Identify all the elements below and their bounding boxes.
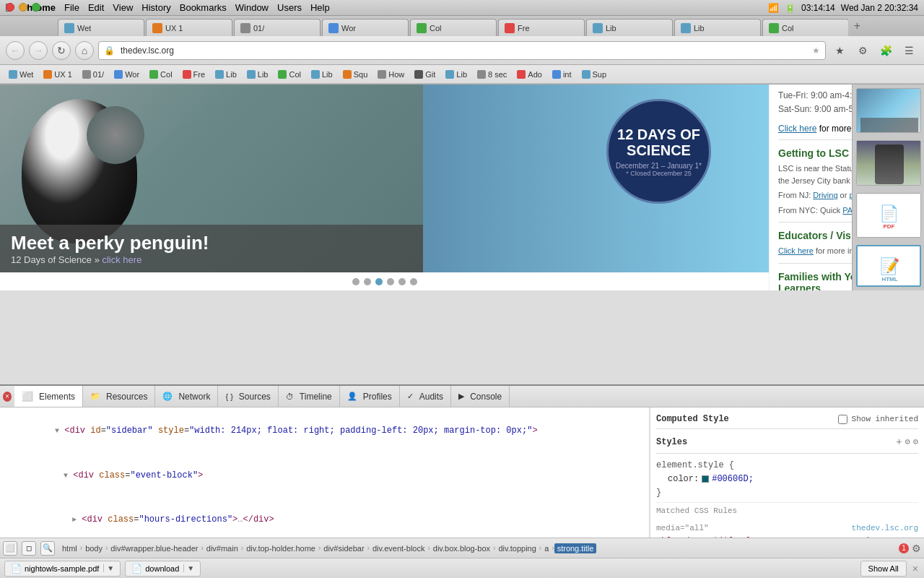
breadcrumb-sidebar[interactable]: div#sidebar xyxy=(321,543,367,553)
devtools-node-btn[interactable]: ◻ xyxy=(22,541,36,556)
bookmark-ux[interactable]: UX 1 xyxy=(39,67,76,82)
toolbar-menu[interactable]: ☰ xyxy=(899,41,918,60)
download-item-2[interactable]: 📄 download ▼ xyxy=(125,561,201,577)
new-tab-btn[interactable]: + xyxy=(848,20,866,33)
tab-tab-lib2[interactable]: Lib xyxy=(674,19,761,36)
status-close-btn[interactable]: × xyxy=(911,563,920,574)
bookmark-01[interactable]: 01/ xyxy=(78,67,108,82)
menu-item-window[interactable]: Window xyxy=(235,2,269,13)
expand-triangle-2[interactable]: ▼ xyxy=(64,472,68,480)
show-all-button[interactable]: Show All xyxy=(860,561,907,577)
tab-tab-ux[interactable]: UX 1 xyxy=(146,19,232,36)
breadcrumb-a[interactable]: a xyxy=(541,543,552,553)
breadcrumb-event-block[interactable]: div.event-block xyxy=(370,543,428,553)
educators-click-here[interactable]: Click here xyxy=(778,246,814,255)
bookmark-lib1[interactable]: Lib xyxy=(211,67,241,82)
bookmark-squ[interactable]: Squ xyxy=(339,67,372,82)
css-gear-btn[interactable]: ⚙ xyxy=(913,436,918,449)
css-add-rule-btn[interactable]: + xyxy=(896,434,902,450)
breadcrumb-html[interactable]: html xyxy=(59,543,80,553)
menu-item-view[interactable]: View xyxy=(113,2,133,13)
bookmark-how[interactable]: How xyxy=(373,67,409,82)
reload-button[interactable]: ↻ xyxy=(52,41,71,60)
bookmark-int[interactable]: int xyxy=(548,67,576,82)
tab-tab-lib[interactable]: Lib xyxy=(586,19,673,36)
css-source-1[interactable]: thedev.lsc.org xyxy=(852,522,918,535)
menu-item-users[interactable]: Users xyxy=(277,2,302,13)
tab-tab-01[interactable]: 01/ xyxy=(234,19,321,36)
bookmark-wor[interactable]: Wor xyxy=(110,67,144,82)
expand-triangle-3[interactable]: ► xyxy=(72,516,77,524)
toolbar-extensions[interactable]: 🧩 xyxy=(876,41,895,60)
tab-tab-wor[interactable]: Wor xyxy=(322,19,409,36)
breadcrumb-body[interactable]: body xyxy=(82,543,105,553)
bookmark-8sec[interactable]: 8 sec xyxy=(473,67,511,82)
download-arrow-1[interactable]: ▼ xyxy=(103,564,114,572)
menu-item-help[interactable]: Help xyxy=(310,2,330,13)
screenshot-thumb-1[interactable]: Screen Shot2013:n8 PM xyxy=(856,88,921,133)
devtools-tab-console[interactable]: ▶ Console xyxy=(451,386,510,407)
breadcrumb-wrapper[interactable]: div#wrapper.blue-header xyxy=(108,543,201,553)
menu-item-bookmarks[interactable]: Bookmarks xyxy=(180,2,227,13)
driving-link[interactable]: Driving xyxy=(813,191,837,199)
toolbar: ← → ↻ ⌂ 🔒 ★ ★ ⚙ 🧩 ☰ xyxy=(0,36,924,65)
expand-triangle[interactable]: ▼ xyxy=(55,427,59,435)
css-color-swatch[interactable] xyxy=(702,475,709,483)
screenshot-thumb-3[interactable]: 📄 PDF LibertyScien...er.pdf xyxy=(856,193,921,238)
css-refresh-btn[interactable]: ⚙ xyxy=(905,436,910,449)
download-item-1[interactable]: 📄 nightowls-sample.pdf ▼ xyxy=(4,561,121,577)
dot-2[interactable] xyxy=(364,278,371,285)
hero-cta[interactable]: click here xyxy=(102,254,141,265)
devtools-tab-audits[interactable]: ✓ Audits xyxy=(400,386,451,407)
tab-tab-col2[interactable]: Col xyxy=(762,19,848,36)
home-button[interactable]: ⌂ xyxy=(75,41,94,60)
bookmark-sup[interactable]: Sup xyxy=(578,67,611,82)
breadcrumb-topping[interactable]: div.topping xyxy=(495,543,539,553)
bookmark-lib2[interactable]: Lib xyxy=(243,67,273,82)
breadcrumb-main[interactable]: div#main xyxy=(204,543,241,553)
dot-4[interactable] xyxy=(387,278,394,285)
tab-tab-col[interactable]: Col xyxy=(410,19,497,36)
devtools-tab-network[interactable]: 🌐 Network xyxy=(155,386,218,407)
menu-item-file[interactable]: File xyxy=(64,2,79,13)
screenshot-thumb-4[interactable]: 📝 HTML test.html xyxy=(856,245,921,287)
dot-5[interactable] xyxy=(398,278,406,285)
devtools-settings-gear[interactable]: ⚙ xyxy=(912,543,921,554)
click-here-info[interactable]: Click here xyxy=(778,124,816,134)
bookmark-ado[interactable]: Ado xyxy=(513,67,546,82)
breadcrumb-strong-title[interactable]: strong.title xyxy=(554,543,597,553)
bookmark-col[interactable]: Col xyxy=(145,67,177,82)
breadcrumb-bar: ⬜ ◻ 🔍 html › body › div#wrapper.blue-hea… xyxy=(0,538,924,558)
download-arrow-2[interactable]: ▼ xyxy=(183,564,194,572)
breadcrumb-blog-box[interactable]: div.box.blog-box xyxy=(430,543,493,553)
devtools-inspect-btn[interactable]: ⬜ xyxy=(3,541,17,556)
toolbar-settings[interactable]: ⚙ xyxy=(853,41,872,60)
bookmark-wet[interactable]: Wet xyxy=(4,67,38,82)
forward-button[interactable]: → xyxy=(29,41,48,60)
bookmark-fre[interactable]: Fre xyxy=(178,67,210,82)
devtools-tab-timeline[interactable]: ⏱ Timeline xyxy=(279,386,340,407)
devtools-tab-profiles[interactable]: 👤 Profiles xyxy=(340,386,400,407)
dot-3[interactable] xyxy=(375,278,383,285)
tab-tab-fre[interactable]: Fre xyxy=(498,19,585,36)
breadcrumb-top-holder[interactable]: div.top-holder.home xyxy=(243,543,318,553)
bookmark-lib3[interactable]: Lib xyxy=(307,67,337,82)
tab-tab-wet[interactable]: Wet xyxy=(58,19,144,36)
devtools-tab-sources[interactable]: { } Sources xyxy=(218,386,278,407)
devtools-search-btn[interactable]: 🔍 xyxy=(40,541,55,556)
devtools-tab-elements[interactable]: ⬜ Elements xyxy=(14,386,83,407)
devtools-close-btn[interactable]: × xyxy=(0,386,14,407)
bookmark-col2[interactable]: Col xyxy=(274,67,305,82)
show-inherited-checkbox[interactable] xyxy=(838,415,847,424)
dot-1[interactable] xyxy=(352,278,359,285)
toolbar-bookmark-star[interactable]: ★ xyxy=(830,41,849,60)
menu-item-edit[interactable]: Edit xyxy=(88,2,104,13)
back-button[interactable]: ← xyxy=(6,41,25,60)
bookmark-lib4[interactable]: Lib xyxy=(441,67,471,82)
bookmark-git[interactable]: Git xyxy=(410,67,440,82)
screenshot-thumb-2[interactable]: Android-sdk-1...s.png xyxy=(856,140,921,185)
address-bar[interactable] xyxy=(98,41,826,60)
dot-6[interactable] xyxy=(410,278,417,285)
devtools-tab-resources[interactable]: 📁 Resources xyxy=(83,386,155,407)
menu-item-history[interactable]: History xyxy=(141,2,170,13)
